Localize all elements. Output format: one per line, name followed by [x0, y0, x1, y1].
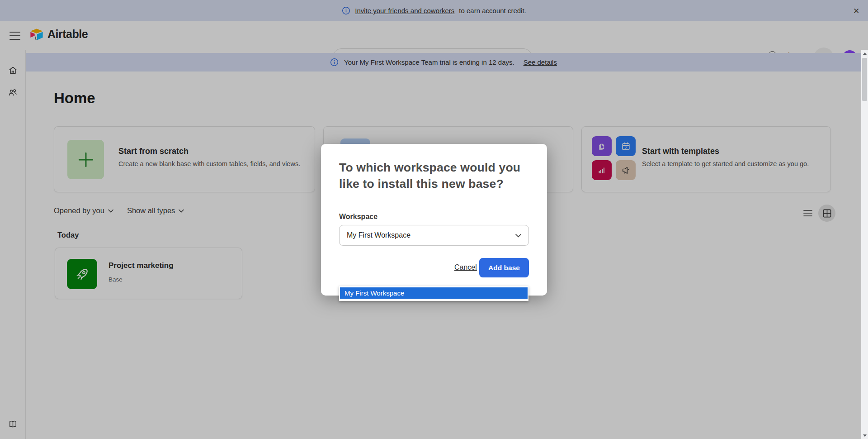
cancel-button[interactable]: Cancel [454, 263, 477, 272]
chevron-down-icon [515, 234, 521, 238]
scroll-up-button[interactable] [861, 50, 868, 57]
workspace-select-value: My First Workspace [347, 231, 410, 239]
workspace-option-selected[interactable]: My First Workspace [340, 287, 528, 299]
airtable-home-page: Invite your friends and coworkers to ear… [0, 0, 868, 439]
workspace-field-label: Workspace [339, 213, 377, 221]
workspace-select[interactable]: My First Workspace [339, 225, 529, 246]
scroll-down-button[interactable] [861, 432, 868, 439]
scrollbar-thumb[interactable] [862, 58, 867, 101]
page-scrollbar[interactable] [861, 50, 868, 439]
modal-title: To which workspace would you like to ins… [339, 159, 531, 192]
add-base-button[interactable]: Add base [479, 258, 529, 277]
workspace-select-popup: My First Workspace [339, 286, 528, 301]
